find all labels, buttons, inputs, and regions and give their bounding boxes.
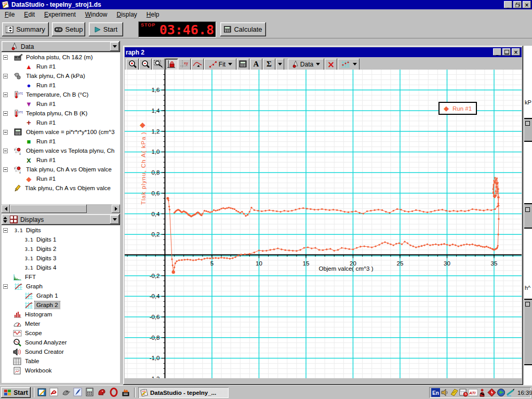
ql-dragon-icon[interactable]: [97, 388, 107, 397]
ql-quill-icon[interactable]: [73, 388, 83, 397]
data-item-run-1[interactable]: ■Run #1: [2, 137, 120, 146]
graph-settings-button[interactable]: [338, 59, 360, 70]
displays-item-digits-3[interactable]: 3.14Digits 3: [2, 254, 120, 263]
displays-item-workbook[interactable]: Workbook: [2, 366, 120, 375]
ql-calc-icon[interactable]: [85, 388, 95, 397]
xy-tool-button[interactable]: xy: [178, 59, 191, 70]
data-item-run-1[interactable]: +Run #1: [2, 118, 120, 127]
displays-item-digits[interactable]: 3.14Digits: [2, 225, 120, 235]
displays-item-graph[interactable]: Graph: [2, 282, 120, 291]
tray-clock[interactable]: 16:39: [517, 390, 532, 396]
restore-button[interactable]: [513, 1, 522, 8]
menu-item-window[interactable]: Window: [81, 10, 112, 19]
data-item-poloha-pistu-ch-1-2-m[interactable]: Poloha pistu, Ch 1&2 (m): [2, 52, 120, 62]
expand-box-icon[interactable]: [3, 130, 8, 135]
zoom-out-button[interactable]: [139, 59, 152, 70]
smart-tool-button[interactable]: [191, 59, 204, 70]
displays-panel-dropdown[interactable]: [110, 215, 119, 224]
displays-item-digits-4[interactable]: 3.14Digits 4: [2, 263, 120, 272]
expand-box-icon[interactable]: [3, 111, 8, 116]
ql-note-icon[interactable]: [37, 388, 47, 397]
expand-box-icon[interactable]: [3, 74, 8, 78]
data-item-objem-valce-vs-teplota-plynu-ch[interactable]: yxObjem valce vs Teplota plynu, Ch: [2, 146, 120, 155]
displays-panel-header[interactable]: Displays: [2, 214, 120, 225]
displays-item-table[interactable]: Table: [2, 356, 120, 366]
data-tree-scrollbar[interactable]: [2, 205, 120, 213]
tray-fig-icon[interactable]: [478, 388, 487, 397]
tray-sched-icon[interactable]: [459, 388, 468, 397]
data-item-objem-valce-pi-r-r-y-100-cm-3[interactable]: Objem valce = pi*r*r*y*100 (cm^3: [2, 127, 120, 137]
setup-button[interactable]: Setup: [52, 22, 85, 36]
data-item-tlak-plynu-ch-a-kpa[interactable]: Tlak plynu, Ch A (kPa): [2, 71, 120, 81]
displays-item-histogram[interactable]: Histogram: [2, 310, 120, 319]
data-item-tlak-plynu-ch-a-vs-objem-valce[interactable]: Tlak plynu, Ch A vs Objem valce: [2, 183, 120, 193]
data-item-run-1[interactable]: ◆Run #1: [2, 174, 120, 183]
tray-diamond-icon[interactable]: [487, 388, 496, 397]
data-item-run-1[interactable]: xRun #1: [2, 155, 120, 165]
datastudio-task-button[interactable]: DataStudio - tepelny_...: [138, 387, 229, 398]
expand-box-icon[interactable]: [3, 149, 8, 153]
tray-arrows-icon[interactable]: [497, 388, 506, 397]
data-panel-dropdown[interactable]: [110, 42, 119, 51]
displays-item-sound-analyzer[interactable]: Sound Analyzer: [2, 338, 120, 347]
menu-item-experiment[interactable]: Experiment: [39, 10, 81, 19]
displays-item-digits-2[interactable]: 3.14Digits 2: [2, 244, 120, 254]
zoom-select-button[interactable]: [152, 59, 165, 70]
expand-box-icon[interactable]: [3, 228, 8, 233]
ql-opera-icon[interactable]: [109, 388, 118, 397]
close-button[interactable]: ×: [523, 1, 531, 8]
fit-button[interactable]: Fit: [204, 59, 236, 70]
menu-item-display[interactable]: Display: [112, 10, 141, 19]
ql-flame-icon[interactable]: [121, 388, 130, 397]
delete-button[interactable]: ×: [325, 59, 337, 70]
expand-box-icon[interactable]: [3, 284, 8, 289]
data-item-run-1[interactable]: ▼Run #1: [2, 99, 120, 109]
displays-item-meter[interactable]: Meter: [2, 319, 120, 328]
menu-item-edit[interactable]: Edit: [19, 10, 39, 19]
ql-bird-icon[interactable]: [61, 388, 71, 397]
plot-area[interactable]: 5101520253035-1,2-1,0-0,8-0,6-0,4-0,20,2…: [125, 70, 522, 378]
menu-item-file[interactable]: File: [0, 10, 19, 19]
legend[interactable]: ◆ Run #1: [438, 102, 477, 115]
data-panel-header[interactable]: Data: [2, 41, 120, 52]
tray-volume-icon[interactable]: [441, 388, 449, 397]
displays-item-scope[interactable]: Scope: [2, 328, 120, 338]
statistics-drop-button[interactable]: [276, 59, 284, 70]
minimize-button[interactable]: _: [504, 1, 512, 8]
data-select-button[interactable]: Data: [288, 59, 324, 70]
displays-item-sound-creator[interactable]: Sound Creator: [2, 347, 120, 356]
start-menu-button[interactable]: Start: [1, 387, 31, 398]
data-item-run-1[interactable]: ●Run #1: [2, 81, 120, 90]
displays-item-graph-2[interactable]: Graph 2: [2, 300, 120, 310]
data-item-run-1[interactable]: ▲Run #1: [2, 62, 120, 71]
summary-button[interactable]: Summary: [2, 22, 49, 36]
scroll-left-button[interactable]: [2, 205, 10, 213]
expand-box-icon[interactable]: [3, 167, 8, 172]
graph2-titlebar[interactable]: raph 2 _ ×: [125, 47, 522, 57]
text-tool-button[interactable]: A: [250, 59, 262, 70]
scroll-right-button[interactable]: [112, 205, 120, 213]
tray-en-icon[interactable]: En: [431, 388, 440, 397]
graph-calculator-button[interactable]: [237, 59, 249, 70]
displays-item-graph-1[interactable]: Graph 1: [2, 291, 120, 300]
expand-box-icon[interactable]: [3, 55, 8, 60]
ql-acrobat-icon[interactable]: [49, 388, 59, 397]
statistics-button[interactable]: Σ: [263, 59, 275, 70]
tray-pen-icon[interactable]: [506, 388, 515, 397]
calculate-button[interactable]: Calculate: [220, 22, 266, 36]
data-item-temperature-ch-b-c[interactable]: XTDTemperature, Ch B (°C): [2, 90, 120, 99]
start-button[interactable]: Start: [89, 22, 123, 36]
scrollbar-thumb[interactable]: [10, 205, 87, 213]
displays-item-digits-1[interactable]: 3.14Digits 1: [2, 235, 120, 244]
graph-maximize-button[interactable]: [502, 48, 511, 56]
displays-item-fft[interactable]: FFT: [2, 272, 120, 282]
data-item-tlak-plynu-ch-a-vs-objem-valce[interactable]: yxTlak plynu, Ch A vs Objem valce: [2, 165, 120, 174]
data-item-teplota-plynu-ch-b-k[interactable]: XTDTeplota plynu, Ch B (K): [2, 109, 120, 118]
tray-yellow-icon[interactable]: [450, 388, 459, 397]
scale-lock-button[interactable]: [165, 59, 178, 70]
graph-minimize-button[interactable]: _: [493, 48, 501, 56]
graph-close-button[interactable]: ×: [512, 48, 520, 56]
expand-box-icon[interactable]: [3, 92, 8, 97]
menu-item-help[interactable]: Help: [142, 10, 164, 19]
zoom-in-button[interactable]: [126, 59, 139, 70]
